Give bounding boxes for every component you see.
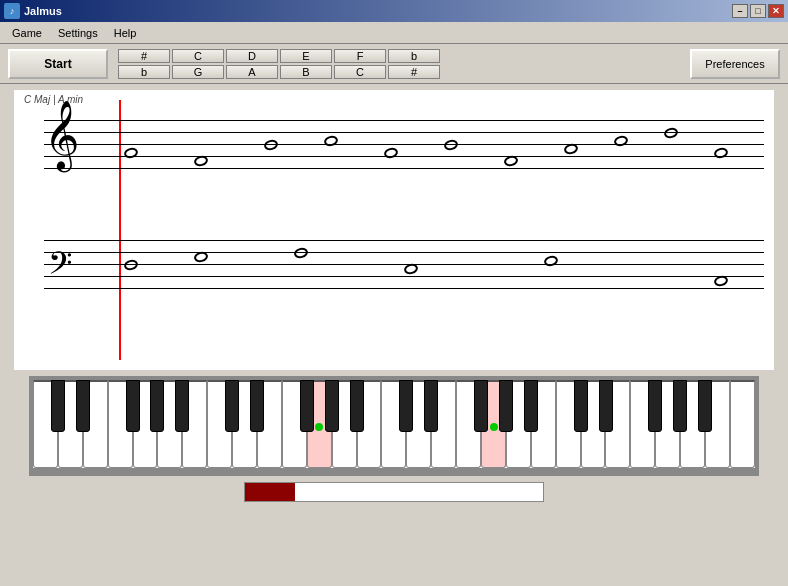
bass-line-5: [44, 288, 764, 289]
preferences-button[interactable]: Preferences: [690, 49, 780, 79]
note-b[interactable]: B: [280, 65, 332, 79]
white-key-17[interactable]: [456, 380, 481, 468]
white-key-20[interactable]: [531, 380, 556, 468]
piano: const pianoEl = document.getElementById(…: [33, 380, 755, 468]
treble-line-3: [44, 144, 764, 145]
minimize-button[interactable]: –: [732, 4, 748, 18]
progress-fill: [245, 483, 295, 501]
white-key-4[interactable]: [133, 380, 158, 468]
treble-line-1: [44, 120, 764, 121]
white-key-26[interactable]: [680, 380, 705, 468]
note-d[interactable]: D: [226, 49, 278, 63]
bass-line-4: [44, 276, 764, 277]
titlebar: ♪ Jalmus – □ ✕: [0, 0, 788, 22]
white-key-9[interactable]: [257, 380, 282, 468]
window-title: Jalmus: [24, 5, 732, 17]
menu-settings[interactable]: Settings: [50, 25, 106, 41]
treble-line-4: [44, 156, 764, 157]
menubar: Game Settings Help: [0, 22, 788, 44]
note-grid: # C D E F b b G A B C #: [118, 49, 440, 79]
white-key-24[interactable]: [630, 380, 655, 468]
white-key-5[interactable]: [157, 380, 182, 468]
progress-bar-container: [244, 482, 544, 502]
treble-staff: [44, 120, 764, 200]
note-c2[interactable]: C: [334, 65, 386, 79]
score-area: C Maj | A min 𝄞 𝄢: [14, 90, 774, 370]
white-key-15[interactable]: [406, 380, 431, 468]
white-key-11[interactable]: [307, 380, 332, 468]
note-a[interactable]: A: [226, 65, 278, 79]
white-key-23[interactable]: [605, 380, 630, 468]
white-key-28[interactable]: [730, 380, 755, 468]
note-b-flat[interactable]: b: [388, 49, 440, 63]
maximize-button[interactable]: □: [750, 4, 766, 18]
white-key-2[interactable]: [83, 380, 108, 468]
note-sharp[interactable]: #: [118, 49, 170, 63]
treble-line-2: [44, 132, 764, 133]
white-key-12[interactable]: [332, 380, 357, 468]
bass-line-1: [44, 240, 764, 241]
white-key-16[interactable]: [431, 380, 456, 468]
note-c[interactable]: C: [172, 49, 224, 63]
close-button[interactable]: ✕: [768, 4, 784, 18]
white-key-25[interactable]: [655, 380, 680, 468]
white-key-21[interactable]: [556, 380, 581, 468]
bass-staff: [44, 240, 764, 320]
bass-line-3: [44, 264, 764, 265]
white-key-7[interactable]: [207, 380, 232, 468]
window-controls: – □ ✕: [732, 4, 784, 18]
white-key-18[interactable]: [481, 380, 506, 468]
white-key-14[interactable]: [381, 380, 406, 468]
bass-line-2: [44, 252, 764, 253]
app-icon: ♪: [4, 3, 20, 19]
toolbar: Start # C D E F b b G A B C # Preference…: [0, 44, 788, 84]
white-key-3[interactable]: [108, 380, 133, 468]
note-e[interactable]: E: [280, 49, 332, 63]
white-key-19[interactable]: [506, 380, 531, 468]
piano-container: const pianoEl = document.getElementById(…: [29, 376, 759, 476]
white-key-1[interactable]: [58, 380, 83, 468]
white-key-10[interactable]: [282, 380, 307, 468]
white-key-22[interactable]: [581, 380, 606, 468]
start-button[interactable]: Start: [8, 49, 108, 79]
menu-game[interactable]: Game: [4, 25, 50, 41]
treble-staff-lines: [44, 120, 764, 180]
white-key-6[interactable]: [182, 380, 207, 468]
note-f[interactable]: F: [334, 49, 386, 63]
note-sharp2[interactable]: #: [388, 65, 440, 79]
white-key-8[interactable]: [232, 380, 257, 468]
note-b-row2[interactable]: b: [118, 65, 170, 79]
treble-line-5: [44, 168, 764, 169]
white-key-27[interactable]: [705, 380, 730, 468]
white-key-13[interactable]: [357, 380, 382, 468]
white-key-0[interactable]: [33, 380, 58, 468]
menu-help[interactable]: Help: [106, 25, 145, 41]
note-g[interactable]: G: [172, 65, 224, 79]
